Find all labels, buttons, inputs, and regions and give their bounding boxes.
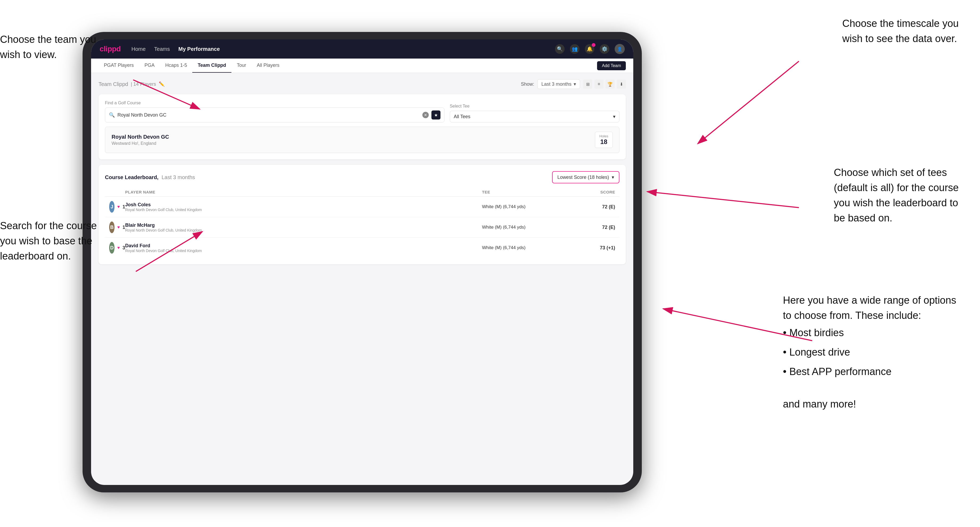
svg-line-2: [647, 192, 799, 208]
user-avatar[interactable]: 👤: [615, 44, 625, 54]
rank-number: 3: [123, 245, 125, 251]
nav-link-home[interactable]: Home: [131, 46, 145, 52]
show-control: Show: Last 3 months ▾ ⊞ ≡ 🏆 ⬇: [521, 79, 626, 89]
score-type-value: Lowest Score (18 holes): [557, 175, 609, 180]
player-name: Josh Coles: [125, 202, 202, 208]
tab-all-players[interactable]: All Players: [251, 59, 285, 73]
nav-link-teams[interactable]: Teams: [154, 46, 170, 52]
course-search-input[interactable]: [118, 112, 420, 118]
leaderboard-title: Course Leaderboard, Last 3 months: [105, 174, 195, 181]
tee-dropdown[interactable]: All Tees ▾: [450, 111, 619, 122]
annotation-bottom-right: Here you have a wide range of options to…: [783, 293, 959, 412]
tab-pga[interactable]: PGA: [139, 59, 160, 73]
course-search-input-wrap: 🔍 ✕ ★: [105, 108, 444, 122]
settings-icon[interactable]: ⚙️: [600, 44, 609, 54]
score-type-dropdown[interactable]: Lowest Score (18 holes) ▾: [552, 171, 619, 183]
grid-view-button[interactable]: ⊞: [583, 79, 592, 89]
tab-pgat-players[interactable]: PGAT Players: [99, 59, 139, 73]
select-tee-label: Select Tee: [450, 104, 619, 109]
avatar: B: [109, 221, 115, 233]
download-button[interactable]: ⬇: [617, 79, 626, 89]
tab-tour[interactable]: Tour: [231, 59, 251, 73]
course-search-group: Find a Golf Course 🔍 ✕ ★: [105, 101, 444, 122]
annotation-middle-right: Choose which set of tees (default is all…: [834, 165, 959, 226]
tee-cell: White (M) (6,744 yds): [482, 204, 562, 210]
svg-line-1: [698, 61, 799, 144]
tablet-frame: clippd Home Teams My Performance 🔍 👥 🔔 ⚙…: [83, 32, 642, 492]
clear-button[interactable]: ✕: [422, 112, 429, 118]
trophy-icon-button[interactable]: 🏆: [606, 79, 615, 89]
holes-box: Holes 18: [595, 132, 613, 148]
player-name: David Ford: [125, 243, 202, 249]
leaderboard-period: Last 3 months: [162, 174, 195, 180]
holes-label: Holes: [600, 134, 608, 138]
leaderboard-header: Course Leaderboard, Last 3 months Lowest…: [105, 171, 619, 183]
holes-count: 18: [600, 138, 608, 146]
favorite-button[interactable]: ★: [431, 110, 441, 119]
tablet-screen: clippd Home Teams My Performance 🔍 👥 🔔 ⚙…: [91, 40, 633, 485]
tee-cell: White (M) (6,744 yds): [482, 225, 562, 230]
rank-cell: D ♥ 3: [109, 242, 125, 254]
search-icon[interactable]: 🔍: [555, 44, 565, 54]
tab-team-clippd[interactable]: Team Clippd: [192, 59, 231, 73]
table-row: J ♥ 1 Josh Coles Royal North Devon Golf …: [105, 197, 619, 217]
course-location: Westward Ho!, England: [111, 141, 169, 146]
col-header-player: PLAYER NAME: [125, 190, 482, 194]
list-item: Longest drive: [783, 343, 959, 362]
find-course-label: Find a Golf Course: [105, 101, 444, 105]
rank-cell: J ♥ 1: [109, 201, 125, 213]
list-item: Most birdies: [783, 323, 959, 343]
player-club: Royal North Devon Golf Club, United King…: [125, 208, 202, 212]
chevron-down-icon: ▾: [612, 174, 614, 180]
course-info: Royal North Devon GC Westward Ho!, Engla…: [111, 134, 169, 146]
chevron-down-icon: ▾: [613, 114, 616, 119]
tee-select-group: Select Tee All Tees ▾: [450, 104, 619, 122]
tee-value: All Tees: [454, 114, 471, 119]
team-count: | 14 Players: [131, 81, 156, 87]
team-title: Team Clippd | 14 Players: [99, 81, 156, 87]
users-icon[interactable]: 👥: [570, 44, 579, 54]
team-header: Team Clippd | 14 Players ✏️ Show: Last 3…: [99, 79, 626, 89]
leaderboard-card: Course Leaderboard, Last 3 months Lowest…: [99, 165, 626, 264]
timescale-value: Last 3 months: [541, 81, 571, 87]
player-info-cell: Josh Coles Royal North Devon Golf Club, …: [125, 202, 482, 212]
app-navbar: clippd Home Teams My Performance 🔍 👥 🔔 ⚙…: [91, 40, 633, 59]
score-cell: 72 (E): [562, 204, 615, 210]
options-list: Most birdies Longest drive Best APP perf…: [783, 323, 959, 381]
chevron-down-icon: ▾: [574, 81, 576, 87]
tab-hcaps[interactable]: Hcaps 1-5: [160, 59, 192, 73]
annotation-bottom-left: Search for the course you wish to base t…: [0, 218, 97, 264]
table-row: D ♥ 3 David Ford Royal North Devon Golf …: [105, 238, 619, 258]
timescale-dropdown[interactable]: Last 3 months ▾: [538, 79, 580, 89]
score-cell: 73 (+1): [562, 245, 615, 251]
edit-icon[interactable]: ✏️: [159, 81, 165, 87]
player-club: Royal North Devon Golf Club, United King…: [125, 249, 202, 253]
list-view-button[interactable]: ≡: [594, 79, 603, 89]
table-row: B ♥ 1 Blair McHarg Royal North Devon Gol…: [105, 217, 619, 238]
table-header: PLAYER NAME TEE SCORE: [105, 187, 619, 197]
app-logo: clippd: [100, 45, 121, 53]
show-label: Show:: [521, 81, 534, 87]
heart-icon: ♥: [117, 245, 120, 250]
tee-cell: White (M) (6,744 yds): [482, 245, 562, 251]
player-club: Royal North Devon Golf Club, United King…: [125, 228, 202, 232]
col-header-score: SCORE: [562, 190, 615, 194]
player-info-cell: Blair McHarg Royal North Devon Golf Club…: [125, 222, 482, 232]
score-cell: 72 (E): [562, 225, 615, 230]
col-header-tee: TEE: [482, 190, 562, 194]
list-item: Best APP performance: [783, 362, 959, 381]
search-icon: 🔍: [109, 112, 115, 118]
rank-number: 1: [123, 204, 125, 210]
annotation-top-left: Choose the team you wish to view.: [0, 32, 96, 62]
course-result: Royal North Devon GC Westward Ho!, Engla…: [105, 127, 619, 153]
heart-icon: ♥: [117, 225, 120, 230]
player-info-cell: David Ford Royal North Devon Golf Club, …: [125, 243, 482, 253]
nav-right: 🔍 👥 🔔 ⚙️ 👤: [555, 44, 625, 54]
course-name: Royal North Devon GC: [111, 134, 169, 140]
add-team-button[interactable]: Add Team: [597, 61, 626, 70]
main-content: Team Clippd | 14 Players ✏️ Show: Last 3…: [91, 73, 633, 276]
avatar: J: [109, 201, 115, 213]
bell-icon[interactable]: 🔔: [585, 44, 594, 54]
rank-cell: B ♥ 1: [109, 221, 125, 233]
nav-link-myperformance[interactable]: My Performance: [178, 46, 220, 52]
